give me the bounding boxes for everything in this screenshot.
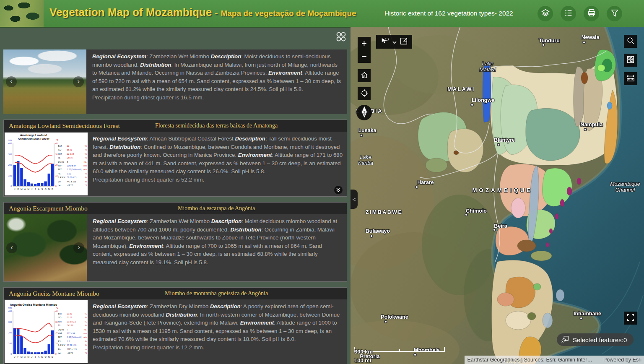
map[interactable]: TunduruNewalaLake MalawiMALAWILilongweZA… <box>351 27 644 364</box>
svg-text:PS: PS <box>58 173 60 175</box>
svg-text:30: 30 <box>55 153 58 156</box>
card-media: Amatonga LowlandSemideciduous Forestmm°C… <box>4 132 87 196</box>
double-chevron-down-icon <box>335 187 341 193</box>
svg-text:J: J <box>14 188 16 190</box>
measure-button[interactable] <box>624 72 637 85</box>
chevron-down-icon[interactable] <box>392 38 397 46</box>
svg-text:-14.73: -14.73 <box>67 352 73 354</box>
basemap-grid-icon <box>626 55 635 65</box>
svg-text:-19.27: -19.27 <box>67 185 73 187</box>
svg-text:Lat: Lat <box>58 352 61 354</box>
carousel-next-button[interactable]: › <box>73 242 84 253</box>
city-label: Polokwane <box>381 314 408 320</box>
field-label: Regional Ecosystem <box>93 303 147 309</box>
select-features-icon <box>561 335 569 345</box>
grid-view-icon[interactable] <box>335 31 346 44</box>
svg-text:M: M <box>27 188 29 190</box>
selected-features-pill[interactable]: Selected features:0 <box>557 333 634 346</box>
svg-text:PS: PS <box>58 341 60 343</box>
layers-button[interactable] <box>538 6 553 21</box>
home-icon <box>360 71 369 81</box>
city-label: Bulawayo <box>366 228 390 234</box>
city-dot <box>470 103 474 107</box>
title-portuguese: Mapa de vegetação de Moçambique <box>221 9 356 18</box>
svg-text:S:A:W:V: S:A:W:V <box>58 344 65 346</box>
carousel-prev-button[interactable]: ‹ <box>6 242 17 253</box>
field-label: Environment <box>240 320 274 326</box>
svg-text:1.22 [Subhumid]: 1.22 [Subhumid] <box>67 169 81 171</box>
home-button[interactable] <box>358 69 371 82</box>
map-attribution: Earthstar Geographics | Sources: Esri; G… <box>465 356 644 364</box>
svg-text:40: 40 <box>55 310 58 312</box>
expand-card-button[interactable] <box>334 186 343 194</box>
search-button[interactable] <box>624 35 637 48</box>
svg-text:No.: No. <box>84 161 87 163</box>
svg-text:0: 0 <box>10 185 12 187</box>
svg-text:%: % <box>85 173 87 175</box>
carousel-prev-button[interactable]: ‹ <box>6 76 17 87</box>
compass-button[interactable] <box>356 105 372 120</box>
zoom-out-button[interactable]: − <box>358 50 371 63</box>
select-rectangle-icon[interactable] <box>400 37 408 47</box>
vegetation-card: Amatonga Lowland Semideciduous ForestFlo… <box>3 120 347 197</box>
svg-text:MAT: MAT <box>58 153 62 155</box>
svg-text:m: m <box>85 181 87 183</box>
svg-text:Elv: Elv <box>58 348 61 351</box>
svg-text:7: 7 <box>67 329 68 331</box>
filter-button[interactable] <box>607 6 622 21</box>
print-button[interactable] <box>584 6 599 21</box>
svg-text:M: M <box>21 188 23 190</box>
city-dot <box>579 317 583 320</box>
svg-text:M: M <box>27 356 29 358</box>
vegetation-card: Angonia Escarpment MiomboMiombo da escar… <box>3 202 347 282</box>
selection-toolbar[interactable] <box>376 35 412 49</box>
svg-text:mm: mm <box>83 165 87 167</box>
attribution-powered[interactable]: Powered by Esri <box>603 357 641 363</box>
svg-text:O: O <box>44 188 47 190</box>
field-label: Regional Ecosystem <box>93 218 147 224</box>
legend-button[interactable] <box>561 6 576 21</box>
svg-text:0: 0 <box>55 185 57 187</box>
zoom-in-button[interactable]: + <box>358 37 371 50</box>
card-footer-line: Precipitation during driest quarter is 5… <box>93 176 343 184</box>
svg-text:ratio: ratio <box>83 169 87 171</box>
svg-text:%: % <box>85 317 87 319</box>
field-label: Distribution <box>109 144 140 150</box>
field-label: Description <box>210 303 241 309</box>
city-label: Chimoio <box>466 208 487 214</box>
select-cursor-icon[interactable] <box>380 37 390 47</box>
plus-icon: + <box>361 38 367 49</box>
svg-text:F: F <box>18 188 19 190</box>
svg-text:20: 20 <box>55 164 58 166</box>
minus-icon: − <box>361 51 367 62</box>
climate-chart: Angonia Gneiss Montane Miombomm°C0100200… <box>5 300 88 363</box>
city-label: Harare <box>417 179 434 185</box>
card-field: Regional Ecosystem: Zambezian Wet Miombo <box>92 53 211 60</box>
svg-text:1195 ± 113: 1195 ± 113 <box>67 348 77 351</box>
svg-text:MAP: MAP <box>58 333 62 335</box>
field-label: Distribution <box>166 312 197 318</box>
svg-text:19.62: 19.62 <box>67 313 72 315</box>
svg-text:ratio: ratio <box>83 336 87 338</box>
svg-text:20: 20 <box>55 331 58 334</box>
card-body: ‹›Regional Ecosystem: Zambezian Wet Miom… <box>3 49 347 114</box>
water-label: Lake Malawi <box>480 61 496 73</box>
svg-text:58.91: 58.91 <box>67 149 72 151</box>
carousel-next-button[interactable]: › <box>73 76 84 87</box>
svg-text:M: M <box>21 356 23 358</box>
svg-text:200: 200 <box>8 164 12 166</box>
svg-text:Amatonga Lowland: Amatonga Lowland <box>20 134 47 137</box>
card-title-portuguese: Miombo da escarapa de Angónia <box>178 205 255 212</box>
svg-text:Elv: Elv <box>58 181 61 183</box>
field-label: Environment <box>238 152 272 158</box>
svg-text:BioT: BioT <box>58 313 62 315</box>
card-title-portuguese: Floresta semidecidua das terras baixas d… <box>155 122 278 129</box>
fullscreen-icon <box>626 313 635 323</box>
layers-icon <box>541 8 550 19</box>
panel-collapse-tab[interactable]: < <box>351 190 358 209</box>
city-dot <box>360 134 363 137</box>
field-label: Regional Ecosystem <box>93 135 147 142</box>
locate-button[interactable] <box>358 87 371 100</box>
basemap-gallery-button[interactable] <box>624 54 637 67</box>
fullscreen-button[interactable] <box>624 312 637 325</box>
